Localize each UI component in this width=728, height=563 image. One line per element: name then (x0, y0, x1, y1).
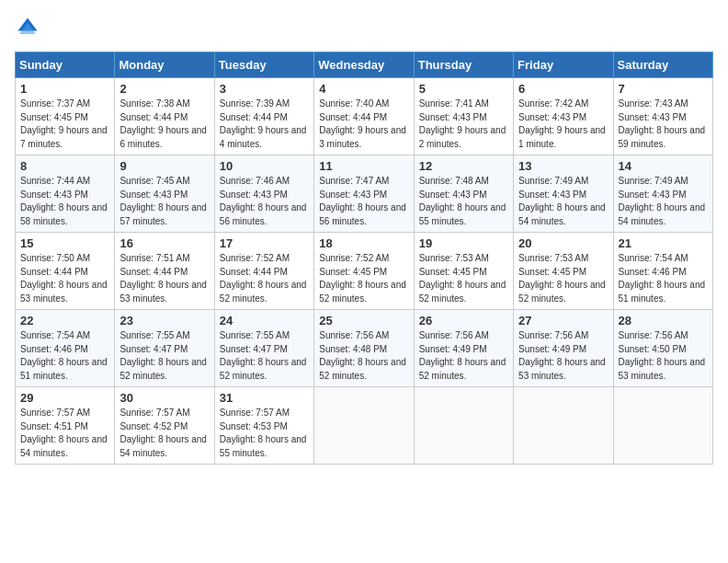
weekday-header: Monday (115, 52, 214, 78)
calendar-header-row: SundayMondayTuesdayWednesdayThursdayFrid… (16, 52, 713, 78)
sunrise-label: Sunrise: 7:44 AM (20, 176, 90, 186)
day-info: Sunrise: 7:52 AM Sunset: 4:44 PM Dayligh… (220, 252, 309, 305)
calendar-day-cell: 6 Sunrise: 7:42 AM Sunset: 4:43 PM Dayli… (514, 78, 613, 155)
weekday-header: Thursday (414, 52, 513, 78)
sunset-label: Sunset: 4:52 PM (119, 421, 188, 431)
sunrise-label: Sunrise: 7:41 AM (419, 98, 489, 109)
day-number: 29 (20, 391, 109, 405)
calendar-day-cell: 7 Sunrise: 7:43 AM Sunset: 4:43 PM Dayli… (613, 78, 712, 155)
calendar-day-cell: 31 Sunrise: 7:57 AM Sunset: 4:53 PM Dayl… (214, 387, 313, 465)
daylight-label: Daylight: 8 hours and 53 minutes. (20, 280, 108, 304)
sunrise-label: Sunrise: 7:55 AM (119, 330, 189, 340)
day-number: 11 (319, 159, 408, 173)
calendar-day-cell: 14 Sunrise: 7:49 AM Sunset: 4:43 PM Dayl… (613, 155, 712, 233)
calendar-day-cell: 15 Sunrise: 7:50 AM Sunset: 4:44 PM Dayl… (16, 233, 115, 310)
daylight-label: Daylight: 9 hours and 7 minutes. (20, 125, 108, 149)
day-number: 10 (220, 159, 309, 173)
empty-cell (514, 387, 613, 465)
daylight-label: Daylight: 8 hours and 54 minutes. (518, 202, 606, 226)
logo (15, 15, 44, 40)
day-info: Sunrise: 7:49 AM Sunset: 4:43 PM Dayligh… (518, 175, 608, 228)
day-info: Sunrise: 7:38 AM Sunset: 4:44 PM Dayligh… (119, 98, 209, 151)
calendar-day-cell: 12 Sunrise: 7:48 AM Sunset: 4:43 PM Dayl… (414, 155, 513, 233)
sunset-label: Sunset: 4:43 PM (619, 112, 687, 122)
day-info: Sunrise: 7:57 AM Sunset: 4:52 PM Dayligh… (119, 407, 209, 460)
calendar-day-cell: 5 Sunrise: 7:41 AM Sunset: 4:43 PM Dayli… (414, 78, 513, 155)
daylight-label: Daylight: 9 hours and 1 minute. (518, 125, 606, 149)
day-number: 18 (319, 236, 408, 250)
day-number: 23 (119, 314, 209, 327)
calendar-day-cell: 2 Sunrise: 7:38 AM Sunset: 4:44 PM Dayli… (115, 78, 214, 155)
daylight-label: Daylight: 9 hours and 4 minutes. (220, 125, 307, 149)
day-number: 22 (20, 314, 109, 327)
sunset-label: Sunset: 4:46 PM (619, 267, 687, 277)
sunrise-label: Sunrise: 7:49 AM (619, 176, 688, 186)
sunset-label: Sunset: 4:43 PM (419, 112, 487, 122)
page-header (15, 15, 713, 40)
sunrise-label: Sunrise: 7:38 AM (119, 98, 189, 109)
day-info: Sunrise: 7:48 AM Sunset: 4:43 PM Dayligh… (419, 175, 508, 228)
sunset-label: Sunset: 4:43 PM (319, 190, 387, 200)
sunrise-label: Sunrise: 7:53 AM (518, 253, 588, 263)
daylight-label: Daylight: 8 hours and 51 minutes. (20, 357, 108, 381)
day-info: Sunrise: 7:45 AM Sunset: 4:43 PM Dayligh… (119, 175, 209, 228)
day-info: Sunrise: 7:53 AM Sunset: 4:45 PM Dayligh… (419, 252, 508, 305)
day-info: Sunrise: 7:39 AM Sunset: 4:44 PM Dayligh… (220, 98, 309, 151)
day-number: 13 (518, 159, 608, 173)
daylight-label: Daylight: 8 hours and 54 minutes. (619, 202, 706, 226)
calendar-day-cell: 10 Sunrise: 7:46 AM Sunset: 4:43 PM Dayl… (214, 155, 313, 233)
calendar-day-cell: 13 Sunrise: 7:49 AM Sunset: 4:43 PM Dayl… (514, 155, 613, 233)
day-info: Sunrise: 7:37 AM Sunset: 4:45 PM Dayligh… (20, 98, 109, 151)
calendar-day-cell: 4 Sunrise: 7:40 AM Sunset: 4:44 PM Dayli… (314, 78, 414, 155)
sunset-label: Sunset: 4:43 PM (220, 190, 288, 200)
daylight-label: Daylight: 8 hours and 55 minutes. (419, 202, 506, 226)
daylight-label: Daylight: 8 hours and 53 minutes. (518, 357, 606, 381)
sunrise-label: Sunrise: 7:56 AM (619, 330, 688, 340)
sunrise-label: Sunrise: 7:45 AM (119, 176, 189, 186)
weekday-header: Tuesday (214, 52, 313, 78)
calendar-week-row: 22 Sunrise: 7:54 AM Sunset: 4:46 PM Dayl… (16, 310, 713, 387)
day-number: 17 (220, 236, 309, 250)
day-number: 14 (619, 159, 708, 173)
day-number: 24 (220, 314, 309, 327)
sunrise-label: Sunrise: 7:53 AM (419, 253, 489, 263)
day-number: 25 (319, 314, 408, 327)
sunset-label: Sunset: 4:43 PM (419, 190, 487, 200)
sunrise-label: Sunrise: 7:43 AM (619, 98, 688, 109)
day-number: 19 (419, 236, 508, 250)
day-info: Sunrise: 7:57 AM Sunset: 4:51 PM Dayligh… (20, 407, 109, 460)
weekday-header: Saturday (613, 52, 712, 78)
day-info: Sunrise: 7:57 AM Sunset: 4:53 PM Dayligh… (220, 407, 309, 460)
sunset-label: Sunset: 4:43 PM (518, 190, 586, 200)
calendar-day-cell: 19 Sunrise: 7:53 AM Sunset: 4:45 PM Dayl… (414, 233, 513, 310)
calendar-day-cell: 28 Sunrise: 7:56 AM Sunset: 4:50 PM Dayl… (613, 310, 712, 387)
calendar-day-cell: 26 Sunrise: 7:56 AM Sunset: 4:49 PM Dayl… (414, 310, 513, 387)
day-number: 16 (119, 236, 209, 250)
empty-cell (414, 387, 513, 465)
calendar-day-cell: 9 Sunrise: 7:45 AM Sunset: 4:43 PM Dayli… (115, 155, 214, 233)
sunset-label: Sunset: 4:43 PM (20, 190, 88, 200)
empty-cell (613, 387, 712, 465)
sunrise-label: Sunrise: 7:40 AM (319, 98, 389, 109)
sunrise-label: Sunrise: 7:56 AM (319, 330, 389, 340)
day-info: Sunrise: 7:47 AM Sunset: 4:43 PM Dayligh… (319, 175, 408, 228)
daylight-label: Daylight: 8 hours and 55 minutes. (220, 434, 307, 458)
sunrise-label: Sunrise: 7:52 AM (220, 253, 290, 263)
daylight-label: Daylight: 9 hours and 2 minutes. (419, 125, 506, 149)
day-info: Sunrise: 7:55 AM Sunset: 4:47 PM Dayligh… (220, 329, 309, 383)
daylight-label: Daylight: 9 hours and 3 minutes. (319, 125, 406, 149)
day-number: 30 (119, 391, 209, 405)
day-info: Sunrise: 7:50 AM Sunset: 4:44 PM Dayligh… (20, 252, 109, 305)
daylight-label: Daylight: 8 hours and 53 minutes. (119, 280, 207, 304)
sunset-label: Sunset: 4:48 PM (319, 344, 387, 354)
day-number: 27 (518, 314, 608, 327)
sunrise-label: Sunrise: 7:57 AM (20, 408, 90, 418)
daylight-label: Daylight: 8 hours and 54 minutes. (20, 434, 108, 458)
sunset-label: Sunset: 4:45 PM (20, 112, 88, 122)
daylight-label: Daylight: 8 hours and 57 minutes. (119, 202, 207, 226)
day-number: 31 (220, 391, 309, 405)
daylight-label: Daylight: 8 hours and 51 minutes. (619, 280, 706, 304)
sunrise-label: Sunrise: 7:49 AM (518, 176, 588, 186)
day-number: 4 (319, 82, 408, 96)
daylight-label: Daylight: 8 hours and 53 minutes. (619, 357, 706, 381)
